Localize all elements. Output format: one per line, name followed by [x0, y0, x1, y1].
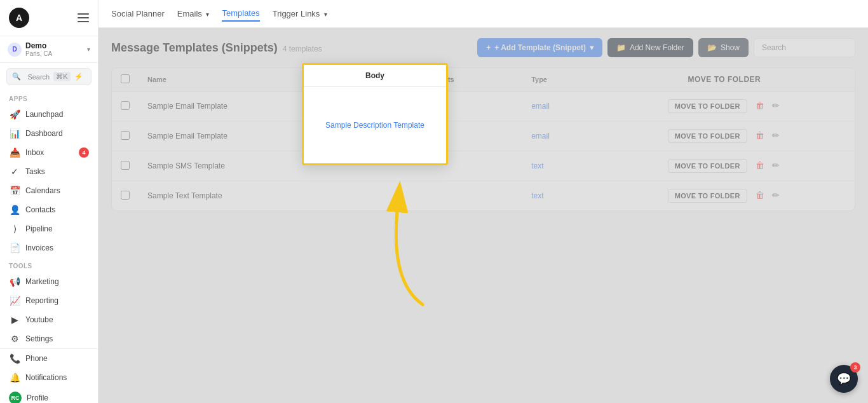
move-to-folder-button[interactable]: MOVE TO FOLDER	[668, 99, 747, 113]
sidebar-item-reporting[interactable]: 📈 Reporting	[0, 291, 98, 310]
sidebar-item-phone[interactable]: 📞 Phone	[0, 349, 98, 368]
chevron-down-icon: ▾	[590, 43, 593, 52]
body-preview-popup: Body Sample Description Template	[302, 63, 448, 165]
sidebar-item-marketing[interactable]: 📢 Marketing	[0, 272, 98, 291]
sidebar-item-launchpad[interactable]: 🚀 Launchpad	[0, 105, 98, 124]
templates-table-container: Name Body Attachments Type MOVE TO FOLDE…	[111, 67, 855, 211]
table-row: Sample Email Template email MOVE TO FOLD…	[112, 121, 855, 151]
sidebar-item-contacts[interactable]: 👤 Contacts	[0, 200, 98, 219]
sidebar-item-calendars[interactable]: 📅 Calendars	[0, 181, 98, 200]
lightning-icon: ⚡	[74, 72, 86, 81]
sidebar-item-inbox[interactable]: 📥 Inbox 4	[0, 143, 98, 162]
sidebar-item-label: Phone	[25, 354, 48, 363]
search-shortcut: ⌘K	[53, 72, 70, 81]
move-to-folder-cell: MOVE TO FOLDER 🗑 ✏	[594, 151, 855, 181]
tools-section-label: Tools	[0, 257, 98, 272]
sidebar-item-tasks[interactable]: ✓ Tasks	[0, 162, 98, 181]
chevron-down-icon: ▾	[324, 11, 327, 18]
search-bar[interactable]: 🔍 Search ⌘K ⚡	[6, 68, 92, 85]
template-attachments	[403, 181, 522, 211]
topnav-templates[interactable]: Templates	[222, 6, 259, 22]
add-template-button[interactable]: + + Add Template (Snippet) ▾	[477, 38, 602, 57]
sidebar-item-label: Profile	[27, 393, 48, 402]
delete-button[interactable]: 🗑	[754, 99, 766, 112]
template-type: email	[522, 121, 594, 151]
move-to-folder-cell: MOVE TO FOLDER 🗑 ✏	[594, 181, 855, 211]
select-all-checkbox[interactable]	[121, 74, 130, 83]
sidebar-item-pipeline[interactable]: ⟩ Pipeline	[0, 219, 98, 238]
move-to-folder-column-header: MOVE TO FOLDER	[594, 68, 855, 92]
dashboard-icon: 📊	[9, 128, 20, 139]
avatar: A	[9, 8, 29, 28]
pipeline-icon: ⟩	[9, 224, 20, 234]
move-to-folder-button[interactable]: MOVE TO FOLDER	[668, 189, 747, 203]
delete-button[interactable]: 🗑	[754, 129, 766, 142]
add-folder-button[interactable]: 📁 Add New Folder	[607, 38, 693, 57]
search-label: Search	[27, 73, 50, 81]
sidebar-item-invoices[interactable]: 📄 Invoices	[0, 238, 98, 257]
sidebar-item-settings[interactable]: ⚙ Settings	[0, 329, 98, 348]
show-label: Show	[721, 43, 740, 52]
template-type: text	[522, 181, 594, 211]
sidebar-item-dashboard[interactable]: 📊 Dashboard	[0, 124, 98, 143]
demo-account-switcher[interactable]: D Demo Paris, CA ▾	[0, 36, 98, 63]
row-checkbox[interactable]	[121, 101, 130, 110]
sidebar-item-profile[interactable]: RC Profile	[0, 387, 98, 403]
sidebar-item-notifications[interactable]: 🔔 Notifications	[0, 368, 98, 387]
apps-section-label: Apps	[0, 90, 98, 105]
sidebar-item-label: Inbox	[25, 148, 44, 157]
topnav-social-planner[interactable]: Social Planner	[111, 6, 165, 21]
notifications-icon: 🔔	[9, 372, 20, 383]
add-template-label: + Add Template (Snippet)	[494, 43, 586, 52]
edit-button[interactable]: ✏	[771, 189, 781, 202]
contacts-icon: 👤	[9, 205, 20, 215]
move-to-folder-button[interactable]: MOVE TO FOLDER	[668, 159, 747, 173]
header-actions: + + Add Template (Snippet) ▾ 📁 Add New F…	[477, 38, 855, 57]
move-to-folder-cell: MOVE TO FOLDER 🗑 ✏	[594, 92, 855, 121]
add-folder-label: Add New Folder	[630, 43, 684, 52]
invoices-icon: 📄	[9, 243, 20, 253]
row-checkbox[interactable]	[121, 161, 130, 170]
search-input[interactable]	[754, 38, 855, 57]
show-button[interactable]: 📂 Show	[698, 38, 749, 57]
edit-button[interactable]: ✏	[771, 159, 781, 172]
row-checkbox[interactable]	[121, 131, 130, 140]
edit-button[interactable]: ✏	[771, 129, 781, 142]
sidebar-item-label: Tasks	[25, 167, 45, 176]
delete-button[interactable]: 🗑	[754, 159, 766, 172]
template-type: text	[522, 151, 594, 181]
table-row: Sample Email Template email MOVE TO FOLD…	[112, 92, 855, 121]
sidebar-item-label: Dashboard	[25, 129, 63, 138]
move-to-folder-button[interactable]: MOVE TO FOLDER	[668, 129, 747, 143]
topnav-emails[interactable]: Emails ▾	[177, 6, 210, 21]
page-title: Message Templates (Snippets)	[111, 41, 278, 55]
marketing-icon: 📢	[9, 277, 20, 287]
type-column-header: Type	[522, 68, 594, 92]
demo-name: Demo	[25, 41, 52, 50]
templates-table: Name Body Attachments Type MOVE TO FOLDE…	[112, 68, 855, 210]
sidebar-item-youtube[interactable]: ▶ Youtube	[0, 310, 98, 329]
content-area: Message Templates (Snippets) 4 templates…	[98, 28, 868, 403]
calendars-icon: 📅	[9, 186, 20, 196]
settings-icon: ⚙	[9, 334, 20, 344]
delete-button[interactable]: 🗑	[754, 189, 766, 202]
edit-button[interactable]: ✏	[771, 99, 781, 112]
top-navigation: Social Planner Emails ▾ Templates Trigge…	[98, 0, 868, 28]
sidebar-item-label: Invoices	[25, 243, 53, 252]
popup-description-text: Sample Description Template	[325, 121, 424, 130]
annotation-arrow	[372, 206, 448, 310]
profile-avatar: RC	[9, 392, 22, 403]
phone-icon: 📞	[9, 353, 20, 364]
topnav-trigger-links[interactable]: Trigger Links ▾	[273, 6, 327, 21]
sidebar-item-label: Marketing	[25, 277, 59, 286]
action-icons: 🗑 ✏	[754, 189, 781, 202]
chat-icon: 💬	[837, 372, 851, 386]
popup-header: Body	[304, 65, 446, 87]
sidebar-item-label: Contacts	[25, 205, 55, 214]
table-row: Sample SMS Template text MOVE TO FOLDER …	[112, 151, 855, 181]
main-content: Social Planner Emails ▾ Templates Trigge…	[98, 0, 868, 403]
hamburger-icon[interactable]	[78, 13, 89, 22]
chat-button[interactable]: 💬 3	[830, 365, 858, 393]
row-checkbox[interactable]	[121, 191, 130, 200]
launchpad-icon: 🚀	[9, 109, 20, 120]
